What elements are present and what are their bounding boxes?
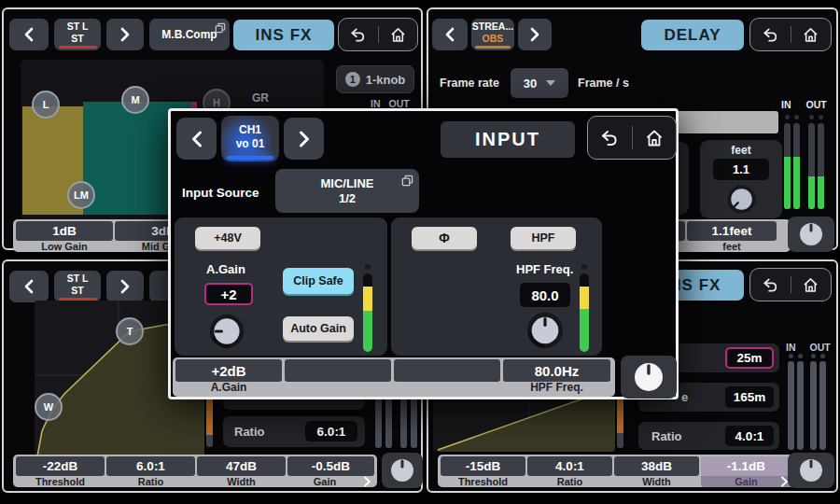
ratio-value[interactable]: 6.0:1 — [305, 421, 357, 441]
channel-sub: ST — [71, 33, 83, 45]
mid-handle[interactable]: M — [121, 86, 149, 114]
undo-button[interactable] — [594, 117, 625, 159]
param-cell-2[interactable] — [285, 359, 391, 382]
preset-button[interactable]: M.B.Comp — [149, 19, 230, 50]
ratio-value[interactable]: 4.0:1 — [725, 426, 774, 446]
low-handle[interactable]: L — [32, 91, 60, 119]
more-params-chevron-icon[interactable] — [363, 476, 371, 487]
param-cell-ratio[interactable]: 4.0:1 — [527, 456, 612, 476]
home-button[interactable] — [382, 19, 413, 50]
phase-button[interactable]: Φ — [412, 227, 477, 249]
param-cell-width[interactable]: 47dB — [197, 456, 286, 476]
param-label: Gain — [287, 476, 362, 487]
feet-knob[interactable] — [726, 184, 757, 215]
channel-select-button[interactable]: ST L ST — [54, 19, 101, 50]
hpf-freq-value[interactable]: 80.0 — [520, 283, 570, 307]
undo-icon — [761, 275, 780, 295]
undo-icon — [761, 25, 780, 45]
out-label: OUT — [806, 99, 827, 110]
divider — [791, 276, 791, 294]
screen-title: INS FX — [233, 20, 334, 50]
analog-gain-card: +48V A.Gain +2 Clip Safe Auto Gain — [175, 217, 387, 356]
param-label: Width — [614, 476, 699, 487]
frame-rate-label: Frame rate — [440, 77, 499, 90]
width-handle[interactable]: W — [35, 393, 63, 421]
channel-name: ST L — [67, 21, 89, 33]
param-cell-ratio[interactable]: 6.0:1 — [106, 456, 195, 476]
out-meter-r — [818, 123, 824, 209]
param-cell-threshold[interactable]: -15dB — [441, 456, 525, 476]
undo-button[interactable] — [754, 269, 786, 301]
param-label: Ratio — [527, 476, 612, 487]
phantom-48v-button[interactable]: +48V — [195, 227, 260, 249]
peak-dot — [811, 354, 816, 358]
clip-safe-button[interactable]: Clip Safe — [283, 268, 354, 294]
next-channel-button[interactable] — [518, 19, 552, 50]
release-value[interactable]: 165m — [725, 386, 774, 408]
param-cell-lowgain[interactable]: 1dB — [16, 221, 113, 241]
channel-name: STREA... — [472, 21, 513, 33]
channel-select-button[interactable]: STREA... OBS — [471, 19, 514, 50]
again-knob[interactable] — [208, 313, 245, 350]
knob-assign-button[interactable] — [382, 453, 423, 488]
knob-assign-button[interactable] — [621, 356, 677, 399]
knob-assign-button[interactable] — [788, 217, 834, 252]
home-button[interactable] — [795, 269, 827, 301]
release-label-fragment: e — [681, 390, 688, 404]
channel-select-button[interactable]: ST L ST — [54, 271, 101, 302]
one-knob-button[interactable]: 1 1-knob — [336, 65, 414, 93]
in-out-labels: IN OUT — [786, 342, 831, 353]
peak-dot — [785, 115, 790, 119]
home-icon — [643, 127, 665, 149]
param-label: Threshold — [441, 476, 525, 487]
lowmid-handle[interactable]: LM — [67, 181, 95, 209]
next-channel-button[interactable] — [284, 118, 324, 160]
param-cell-width[interactable]: 38dB — [614, 456, 699, 476]
next-channel-button[interactable] — [106, 19, 144, 50]
param-cell-hpf-freq[interactable]: 80.0Hz — [503, 359, 610, 382]
input-source-button[interactable]: MIC/LINE 1/2 — [275, 169, 419, 213]
prev-channel-button[interactable] — [176, 118, 217, 160]
ratio-label: Ratio — [234, 425, 265, 439]
param-cell-gain[interactable]: -0.5dB — [287, 456, 374, 476]
param-label: Width — [197, 476, 286, 487]
prev-channel-button[interactable] — [432, 19, 468, 50]
nav-group — [749, 268, 832, 301]
chevron-right-icon — [298, 129, 311, 149]
prev-channel-button[interactable] — [9, 271, 49, 302]
param-cell-feet[interactable]: 1.1feet — [687, 221, 777, 241]
again-value[interactable]: +2 — [204, 283, 253, 305]
undo-button[interactable] — [754, 19, 786, 50]
param-cell-threshold[interactable]: -22dB — [16, 456, 105, 476]
feet-value[interactable]: 1.1 — [713, 159, 769, 180]
param-cell-again[interactable]: +2dB — [175, 359, 282, 382]
threshold-handle[interactable]: T — [116, 317, 144, 345]
param-cell-gain[interactable]: -1.1dB — [701, 456, 791, 476]
input-source-sub: 1/2 — [339, 191, 356, 206]
hpf-button[interactable]: HPF — [511, 227, 576, 249]
delay-feet-card: feet 1.1 — [700, 140, 782, 218]
frame-rate-dropdown[interactable]: 30 — [511, 68, 568, 98]
param-label: Threshold — [16, 476, 105, 487]
auto-gain-button[interactable]: Auto Gain — [283, 316, 354, 341]
undo-button[interactable] — [343, 19, 374, 50]
channel-sub: vo 01 — [236, 137, 265, 150]
channel-select-button[interactable]: CH1 vo 01 — [221, 116, 279, 161]
knob-assign-button[interactable] — [788, 453, 834, 488]
param-cell-3[interactable] — [394, 359, 500, 382]
attack-value[interactable]: 25m — [725, 347, 774, 369]
mixer-screen: ST L ST M.B.Comp INS FX L M H — [0, 0, 840, 504]
home-button[interactable] — [795, 19, 827, 50]
feet-label: feet — [700, 144, 782, 157]
home-icon — [388, 25, 408, 45]
next-channel-button[interactable] — [106, 271, 144, 302]
screen-title: DELAY — [641, 20, 744, 50]
home-button[interactable] — [638, 117, 670, 159]
input-level-meter — [580, 273, 589, 352]
nav-group — [338, 18, 418, 51]
input-source-label: Input Source — [182, 186, 259, 200]
hpf-knob[interactable] — [525, 311, 565, 350]
frame-rate-value: 30 — [524, 77, 537, 91]
prev-channel-button[interactable] — [9, 19, 49, 50]
param-bar: -22dB Threshold 6.0:1 Ratio 47dB Width -… — [13, 455, 377, 487]
